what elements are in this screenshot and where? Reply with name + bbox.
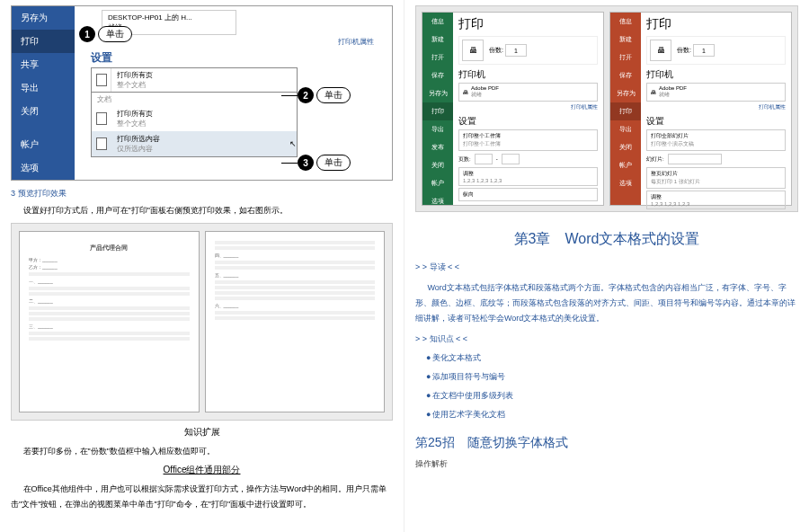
excel-side-saveas[interactable]: 另存为 (422, 84, 453, 102)
ppt-side-options[interactable]: 选项 (610, 174, 641, 192)
dd-item-all[interactable]: 打印所有页 整个文档 (92, 106, 297, 131)
excel-opt-orient[interactable]: 纵向 (458, 188, 598, 201)
callout-2-label: 单击 (316, 87, 351, 103)
ppt-side-save[interactable]: 保存 (610, 66, 641, 84)
slides-input[interactable] (668, 154, 722, 164)
excel-side-open[interactable]: 打开 (422, 49, 453, 66)
copies-label: 份数: (677, 46, 691, 55)
trick-25-title: 第25招 随意切换字体格式 (415, 435, 798, 451)
word-sidebar: 另存为 打印 共享 导出 关闭 帐户 选项 (12, 6, 75, 180)
ppt-side-close[interactable]: 关闭 (610, 138, 641, 156)
bullet-1[interactable]: 美化文本格式 (426, 352, 798, 364)
page-icon (92, 132, 111, 155)
sidebar-account[interactable]: 帐户 (12, 133, 75, 156)
callout-1-badge: 1 (79, 26, 95, 42)
excel-side-save[interactable]: 保存 (422, 66, 453, 84)
excel-side-print[interactable]: 打印 (422, 102, 453, 120)
preview-page-1: 产品代理合同 甲方：______乙方：______ 一、______ 二、___… (19, 231, 200, 412)
callout-1-label: 单击 (98, 26, 132, 42)
sidebar-saveas[interactable]: 另存为 (12, 6, 75, 30)
print-preview-thumbnail: 产品代理合同 甲方：______乙方：______ 一、______ 二、___… (11, 223, 393, 421)
dd-item-title: 打印所有页 (117, 109, 291, 119)
excel-side-export[interactable]: 导出 (422, 120, 453, 138)
ppt-side-account[interactable]: 帐户 (610, 156, 641, 174)
ppt-side-print[interactable]: 打印 (610, 102, 641, 120)
callout-2-badge: 2 (298, 87, 314, 103)
bullet-4[interactable]: 使用艺术字美化文档 (426, 409, 798, 421)
preview-page-2: 四、______ 五、______ 六、______ (205, 231, 386, 412)
dd-section-label: 文档 (92, 93, 297, 106)
excel-side-account[interactable]: 帐户 (422, 174, 453, 192)
sidebar-print[interactable]: 打印 (12, 30, 75, 53)
sidebar-export[interactable]: 导出 (12, 76, 75, 100)
excel-side-info[interactable]: 信息 (422, 13, 453, 31)
cursor-icon: ↖ (289, 139, 297, 148)
sidebar-share[interactable]: 共享 (12, 53, 75, 76)
dd-item-sub: 整个文档 (117, 119, 291, 129)
excel-side-options[interactable]: 选项 (422, 192, 453, 210)
dd-item-sub: 仅所选内容 (117, 144, 275, 154)
excel-side-new[interactable]: 新建 (422, 31, 453, 49)
body-text-2: 若要打印多份，在"份数"数值框中输入相应数值即可。 (11, 444, 393, 458)
excel-print-button[interactable]: 🖶 (462, 40, 484, 61)
bullet-3[interactable]: 在文档中使用多级列表 (426, 390, 798, 402)
page-icon (92, 107, 111, 130)
excel-side-publish[interactable]: 发布 (422, 138, 453, 156)
ppt-side-info[interactable]: 信息 (610, 13, 641, 31)
ppt-print-title: 打印 (646, 16, 786, 32)
excel-opt-range[interactable]: 打印整个工作簿打印整个工作簿 (458, 129, 598, 151)
trick-sub: 操作解析 (415, 458, 798, 470)
page-from[interactable] (475, 154, 493, 164)
preview-doc-title: 产品代理合同 (29, 243, 190, 253)
body-text-1: 设置好打印方式后，用户可在"打印"面板右侧预览打印效果，如右图所示。 (11, 203, 393, 217)
callout-3-badge: 3 (298, 155, 314, 171)
ppt-side-export[interactable]: 导出 (610, 120, 641, 138)
app-thumbnails: 信息 新建 打开 保存 另存为 打印 导出 发布 关闭 帐户 选项 打印 🖶 份… (415, 5, 798, 212)
printer-icon: 🖶 (463, 90, 468, 95)
ppt-side-saveas[interactable]: 另存为 (610, 84, 641, 102)
sidebar-options[interactable]: 选项 (12, 156, 75, 180)
word-print-panel: 另存为 打印 共享 导出 关闭 帐户 选项 DESKTOP-HP01 上的 H.… (11, 5, 393, 181)
excel-printer-select[interactable]: 🖶Adobe PDF就绪 (458, 83, 598, 102)
nav-points: > > 知识点 < < (415, 333, 798, 345)
chapter-3-title: 第3章 Word文本格式的设置 (415, 230, 798, 249)
dd-sub: 整个文档 (117, 80, 291, 90)
ppt-printer-heading: 打印机 (646, 68, 786, 81)
ppt-opt-layout[interactable]: 整页幻灯片每页打印 1 张幻灯片 (646, 167, 786, 189)
knowledge-extension-heading: 知识扩展 (11, 426, 393, 439)
excel-printer-props[interactable]: 打印机属性 (458, 103, 598, 111)
page-to[interactable] (502, 154, 520, 164)
copies-label: 份数: (489, 46, 503, 55)
ppt-printer-props[interactable]: 打印机属性 (646, 103, 786, 111)
printer-icon: 🖶 (651, 90, 656, 95)
body-text-3: 在Office其他组件中，用户也可以根据实际需求设置打印方式，操作方法与Word… (11, 482, 393, 510)
excel-opt-collate[interactable]: 调整1,2,3 1,2,3 1,2,3 (458, 167, 598, 186)
printer-name: DESKTOP-HP01 上的 H... (108, 13, 230, 22)
section-3-heading: 3 预览打印效果 (11, 188, 393, 200)
dd-item-selection[interactable]: 打印所选内容 仅所选内容 ↖ (92, 131, 297, 156)
excel-settings-heading: 设置 (458, 115, 598, 128)
excel-side-close[interactable]: 关闭 (422, 156, 453, 174)
ppt-print-ui: 信息 新建 打开 保存 另存为 打印 导出 关闭 帐户 选项 打印 🖶 份数: … (609, 12, 792, 206)
excel-print-ui: 信息 新建 打开 保存 另存为 打印 导出 发布 关闭 帐户 选项 打印 🖶 份… (422, 12, 604, 206)
printer-icon: 🖶 (657, 46, 665, 55)
ppt-opt-range[interactable]: 打印全部幻灯片打印整个演示文稿 (646, 129, 786, 151)
ppt-print-button[interactable]: 🖶 (650, 40, 671, 61)
ppt-printer-select[interactable]: 🖶Adobe PDF就绪 (646, 83, 786, 102)
excel-printer-heading: 打印机 (458, 68, 598, 81)
ppt-settings-heading: 设置 (646, 115, 786, 128)
ppt-side-new[interactable]: 新建 (610, 31, 641, 49)
ppt-slides-row: 幻灯片: (646, 154, 786, 164)
excel-sidebar: 信息 新建 打开 保存 另存为 打印 导出 发布 关闭 帐户 选项 (422, 13, 453, 205)
sidebar-close[interactable]: 关闭 (12, 100, 75, 123)
ppt-copies-input[interactable] (693, 44, 715, 57)
print-range-list: 文档 打印所有页 整个文档 打印所选内容 仅所选内容 ↖ (91, 93, 298, 157)
excel-print-title: 打印 (458, 16, 598, 32)
ppt-side-open[interactable]: 打开 (610, 49, 641, 66)
excel-copies-input[interactable] (505, 44, 527, 57)
print-range-dropdown[interactable]: 打印所有页 整个文档 (91, 67, 298, 93)
excel-pages-row: 页数: - (458, 154, 598, 164)
bullet-2[interactable]: 添加项目符号与编号 (426, 371, 798, 383)
nav-intro: > > 导读 < < (415, 262, 798, 273)
ppt-opt-collate[interactable]: 调整1,2,3 1,2,3 1,2,3 (646, 191, 786, 209)
